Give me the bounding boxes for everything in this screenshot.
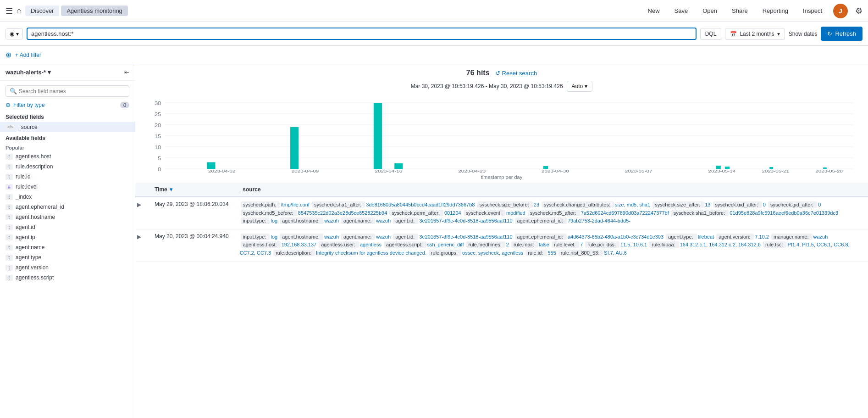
th-time[interactable]: Time ▾: [149, 183, 234, 197]
row-time: May 20, 2023 @ 00:04:24.940: [149, 229, 234, 261]
home-icon[interactable]: ⌂: [17, 6, 22, 16]
sidebar-field-rule-level[interactable]: #rule.level: [0, 182, 135, 192]
source-value: ossec, syscheck, agentless: [462, 250, 525, 256]
field-type-icon: t: [6, 224, 13, 230]
new-button[interactable]: New: [644, 6, 663, 16]
th-expand: [135, 183, 149, 197]
reset-search-label: Reset search: [502, 70, 537, 77]
sidebar-field-agent-id[interactable]: tagent.id: [0, 222, 135, 232]
expand-row-button[interactable]: ▶: [137, 234, 141, 240]
search-input[interactable]: [31, 30, 692, 37]
source-value: SI.7, AU.6: [604, 250, 627, 256]
source-key: input.type:: [241, 234, 270, 240]
chart-container: 0 5 10 15 20 25 30 2023-04-02: [144, 100, 859, 173]
auto-chevron: ▾: [585, 83, 587, 89]
sidebar-field-agent-type[interactable]: tagent.type: [0, 252, 135, 262]
source-key: syscheck.md5_before:: [241, 210, 297, 216]
search-input-wrap: [27, 28, 697, 40]
index-title-chevron: ▾: [48, 69, 51, 76]
index-title[interactable]: wazuh-alerts-* ▾: [6, 69, 124, 76]
chart-area: 0 5 10 15 20 25 30 2023-04-02: [135, 95, 868, 183]
selected-field-source[interactable]: </> _source: [0, 122, 135, 132]
save-button[interactable]: Save: [671, 6, 692, 16]
svg-text:20: 20: [155, 123, 161, 128]
expand-row-button[interactable]: ▶: [137, 201, 141, 208]
source-key: manager.name:: [771, 234, 813, 240]
search-icon: 🔍: [10, 88, 17, 95]
nav-actions: New Save Open Share Reporting Inspect J …: [644, 4, 862, 18]
sidebar-field-agent-ip[interactable]: tagent.ip: [0, 232, 135, 242]
hits-bar: 76 hits ↺ Reset search: [135, 64, 868, 79]
source-key: agentless.user:: [319, 241, 359, 248]
svg-text:2023-05-21: 2023-05-21: [762, 169, 789, 173]
date-picker[interactable]: 📅 Last 2 months ▾: [725, 28, 785, 40]
source-key: agentless.script:: [384, 241, 426, 248]
sidebar-field-rule-id[interactable]: trule.id: [0, 172, 135, 182]
inspect-button[interactable]: Inspect: [799, 6, 826, 16]
index-selector[interactable]: ◉ ▾: [6, 28, 23, 39]
source-key: syscheck.size_after:: [652, 201, 704, 208]
svg-text:2023-04-09: 2023-04-09: [292, 169, 319, 173]
source-value: 3e201657-df9c-4c0d-8518-aa9556aaf110: [419, 218, 514, 223]
source-key: input.type:: [241, 217, 270, 224]
auto-select[interactable]: Auto ▾: [567, 81, 593, 92]
add-filter-button[interactable]: + Add filter: [15, 52, 41, 58]
sidebar-field-agent-version[interactable]: tagent.version: [0, 262, 135, 273]
source-key: agentless.host:: [241, 241, 281, 248]
source-key: syscheck.event:: [464, 210, 505, 216]
sidebar-field-agentless-script[interactable]: tagentless.script: [0, 273, 135, 283]
breadcrumb-discover[interactable]: Discover: [25, 6, 60, 16]
source-value: 164.312.c.1, 164.312.c.2, 164.312.b: [680, 242, 762, 247]
row-time: May 29, 2023 @ 18:06:20.034: [149, 197, 234, 229]
source-key: syscheck.changed_attributes:: [542, 201, 614, 208]
field-type-icon: t: [6, 234, 13, 240]
field-name-label: agentless.script: [16, 274, 54, 281]
avatar[interactable]: J: [833, 4, 848, 18]
source-value: 0: [763, 202, 767, 207]
reporting-button[interactable]: Reporting: [759, 6, 792, 16]
th-source: _source: [234, 183, 868, 197]
open-button[interactable]: Open: [699, 6, 721, 16]
source-value: 7a52d6024cd697890d03a722247377bf: [581, 210, 670, 216]
field-name-label: agent.ephemeral_id: [16, 204, 64, 210]
show-dates-button[interactable]: Show dates: [789, 31, 818, 37]
svg-rect-29: [725, 167, 730, 169]
source-key: rule.description:: [273, 250, 315, 256]
sidebar-field-agent-hostname[interactable]: tagent.hostname: [0, 212, 135, 222]
dql-button[interactable]: DQL: [700, 28, 722, 40]
field-type-icon: t: [6, 164, 13, 170]
source-value: 7.10.2: [755, 234, 770, 240]
field-type-icon: t: [6, 204, 13, 210]
svg-rect-27: [543, 166, 548, 169]
filter-icon: ⊕: [6, 101, 11, 108]
refresh-button[interactable]: ↻ Refresh: [821, 27, 862, 41]
available-fields-label: Available fields: [0, 132, 135, 143]
sidebar-field-rule-description[interactable]: trule.description: [0, 162, 135, 172]
main-content: 76 hits ↺ Reset search Mar 30, 2023 @ 10…: [135, 64, 868, 418]
sidebar-header: wazuh-alerts-* ▾ ⇤: [0, 64, 135, 81]
data-table: Time ▾ _source ▶May 29, 2023 @ 18:06:20.…: [135, 183, 868, 418]
sidebar-field-agentless-host[interactable]: tagentless.host: [0, 151, 135, 162]
sidebar-field-agent-name[interactable]: tagent.name: [0, 242, 135, 252]
source-value: 555: [547, 250, 557, 256]
reset-search-button[interactable]: ↺ Reset search: [495, 70, 537, 77]
source-value: 192.168.33.137: [282, 242, 318, 247]
filter-by-type[interactable]: ⊕ Filter by type 0: [0, 100, 135, 111]
collapse-icon[interactable]: ⇤: [124, 69, 129, 76]
source-key: agent.ephemeral_id:: [515, 217, 567, 224]
share-button[interactable]: Share: [728, 6, 752, 16]
menu-icon[interactable]: ☰: [6, 6, 13, 16]
source-value: 01d95e828a9fc5916aeef6edb0a36c7e01339dc3: [730, 210, 838, 216]
source-key: rule.level:: [552, 241, 579, 248]
sidebar-field-_index[interactable]: t_index: [0, 192, 135, 202]
breadcrumb-agentless[interactable]: Agentless monitoring: [61, 6, 127, 16]
settings-icon[interactable]: ⚙: [855, 6, 862, 16]
filter-icon-button[interactable]: ⊕: [6, 50, 11, 59]
field-search-input[interactable]: [19, 88, 125, 95]
source-key: rule.pci_dss:: [585, 241, 619, 248]
index-selector-chevron: ▾: [16, 31, 19, 37]
refresh-icon: ↻: [827, 30, 832, 37]
popular-label: Popular: [0, 143, 135, 151]
hits-count: 76 hits: [466, 69, 490, 77]
sidebar-field-agent-ephemeral_id[interactable]: tagent.ephemeral_id: [0, 202, 135, 212]
